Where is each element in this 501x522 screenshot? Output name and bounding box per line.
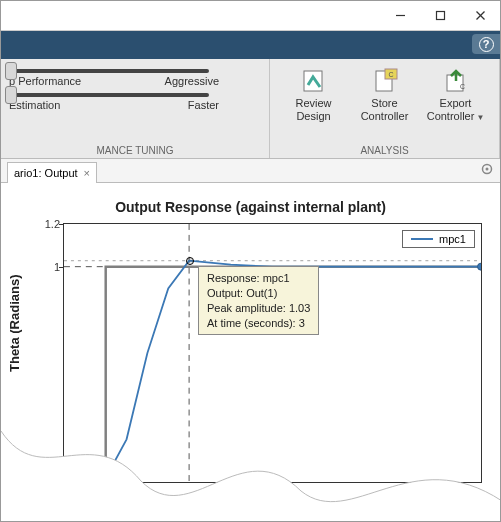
document-tabstrip: ario1: Output × bbox=[1, 159, 500, 183]
chart-axes[interactable]: 1.2 1 mpc1 Resp bbox=[63, 223, 482, 483]
datatip-line: Response: mpc1 bbox=[207, 271, 310, 286]
datatip-line: Output: Out(1) bbox=[207, 286, 310, 301]
button-label: Controller bbox=[427, 110, 475, 122]
tab-options-button[interactable] bbox=[480, 162, 494, 179]
help-icon: ? bbox=[479, 37, 494, 52]
ribbon-toolbar: p Performance Aggressive Estimation Fast… bbox=[1, 59, 500, 159]
y-tick-label: 1 bbox=[32, 261, 60, 273]
legend-swatch bbox=[411, 238, 433, 240]
slider-label-left: p Performance bbox=[9, 75, 81, 87]
svg-rect-1 bbox=[436, 12, 444, 20]
estimation-slider[interactable]: Estimation Faster bbox=[9, 93, 261, 111]
button-label: Export bbox=[440, 97, 472, 110]
slider-thumb[interactable] bbox=[5, 62, 17, 80]
svg-text:C: C bbox=[460, 83, 465, 90]
group-label: MANCE TUNING bbox=[9, 145, 261, 156]
y-tick-label: 1.2 bbox=[32, 218, 60, 230]
app-window: ? p Performance Aggressive Estimation Fa… bbox=[0, 0, 501, 522]
datatip-line: Peak amplitude: 1.03 bbox=[207, 301, 310, 316]
export-icon: C bbox=[442, 67, 470, 95]
review-icon bbox=[300, 67, 328, 95]
slider-thumb[interactable] bbox=[5, 86, 17, 104]
datatip[interactable]: Response: mpc1 Output: Out(1) Peak ampli… bbox=[198, 266, 319, 335]
ribbon-header: ? bbox=[1, 31, 500, 59]
slider-label-right: Aggressive bbox=[165, 75, 219, 87]
svg-point-11 bbox=[486, 168, 489, 171]
button-label: Controller bbox=[361, 110, 409, 123]
window-titlebar bbox=[1, 1, 500, 31]
tab-label: ario1: Output bbox=[14, 167, 78, 179]
chart-legend[interactable]: mpc1 bbox=[402, 230, 475, 248]
button-label: Store bbox=[371, 97, 397, 110]
minimize-icon bbox=[395, 10, 406, 21]
review-design-button[interactable]: Review Design bbox=[279, 67, 349, 145]
legend-label: mpc1 bbox=[439, 233, 466, 245]
group-analysis: Review Design C Store Controller C Expor… bbox=[270, 59, 500, 158]
store-icon: C bbox=[371, 67, 399, 95]
minimize-button[interactable] bbox=[380, 1, 420, 31]
maximize-icon bbox=[435, 10, 446, 21]
y-axis-label: Theta (Radians) bbox=[7, 274, 22, 372]
svg-text:C: C bbox=[388, 71, 393, 78]
maximize-button[interactable] bbox=[420, 1, 460, 31]
chart-canvas bbox=[64, 224, 481, 482]
close-button[interactable] bbox=[460, 1, 500, 31]
store-controller-button[interactable]: C Store Controller bbox=[350, 67, 420, 145]
svg-point-15 bbox=[478, 263, 481, 270]
chart-title: Output Response (against internal plant) bbox=[9, 199, 492, 215]
help-button[interactable]: ? bbox=[472, 34, 500, 54]
group-label: ANALYSIS bbox=[278, 145, 491, 156]
plot-panel: Output Response (against internal plant)… bbox=[1, 183, 500, 521]
slider-label-right: Faster bbox=[188, 99, 219, 111]
tab-output[interactable]: ario1: Output × bbox=[7, 162, 97, 184]
group-performance-tuning: p Performance Aggressive Estimation Fast… bbox=[1, 59, 270, 158]
datatip-line: At time (seconds): 3 bbox=[207, 316, 310, 331]
button-label: Design bbox=[296, 110, 330, 123]
performance-slider[interactable]: p Performance Aggressive bbox=[9, 69, 261, 87]
gear-icon bbox=[480, 162, 494, 176]
button-label: Review bbox=[295, 97, 331, 110]
chevron-down-icon: ▼ bbox=[476, 113, 484, 122]
tab-close-icon[interactable]: × bbox=[84, 167, 90, 179]
svg-rect-4 bbox=[304, 71, 322, 91]
datatip-marker[interactable] bbox=[186, 257, 194, 265]
export-controller-button[interactable]: C Export Controller▼ bbox=[421, 67, 491, 145]
close-icon bbox=[475, 10, 486, 21]
